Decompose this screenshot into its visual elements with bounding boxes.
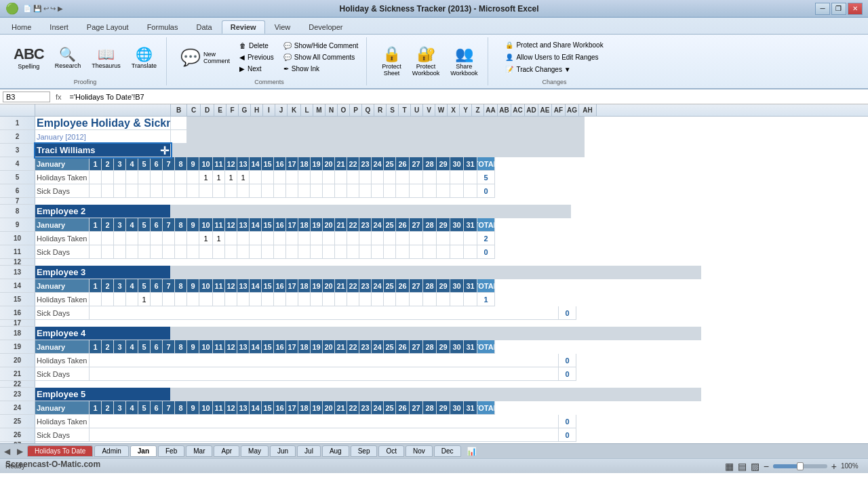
tab-view[interactable]: View <box>266 20 300 34</box>
track-changes-button[interactable]: 📝 Track Changes ▼ <box>502 64 606 75</box>
view-page-break-icon[interactable]: ▨ <box>751 461 760 472</box>
next-comment-button[interactable]: ▶ Next <box>237 64 277 74</box>
tab-review[interactable]: Review <box>222 20 265 34</box>
cell-reference-box[interactable] <box>3 92 50 102</box>
restore-button[interactable]: ❐ <box>831 3 846 15</box>
sheet-tab-aug[interactable]: Aug <box>322 445 349 457</box>
tab-data[interactable]: Data <box>187 20 220 34</box>
protect-sheet-button[interactable]: 🔒 ProtectSheet <box>378 44 406 78</box>
close-button[interactable]: ✕ <box>848 3 863 15</box>
sheet-tab-jun[interactable]: Jun <box>270 445 296 457</box>
col-k: K <box>288 104 301 116</box>
row-header-23: 23 <box>0 388 35 401</box>
row-header-20: 20 <box>0 354 35 367</box>
delete-icon: 🗑 <box>239 42 246 49</box>
col-r: R <box>374 104 387 116</box>
cell-emp5-name[interactable]: Employee 5 <box>35 388 171 401</box>
translate-icon: 🌐 <box>136 46 153 62</box>
tab-page-layout[interactable]: Page Layout <box>78 20 138 34</box>
row-2: 2 January [2012] <box>0 130 868 144</box>
formula-input[interactable] <box>67 92 865 102</box>
sheet-tabs: ◀ ▶ Holidays To Date Admin Jan Feb Mar A… <box>0 443 868 458</box>
view-layout-icon[interactable]: ▤ <box>738 461 747 472</box>
sheet-tab-nov[interactable]: Nov <box>406 445 433 457</box>
sheet-tab-sep[interactable]: Sep <box>351 445 378 457</box>
new-comment-button[interactable]: 💬 NewComment <box>178 47 233 68</box>
spelling-button[interactable]: ABC Spelling <box>9 44 48 71</box>
previous-comment-button[interactable]: ◀ Previous <box>237 52 277 62</box>
cell-a1[interactable]: Employee Holiday & Sickness Record <box>35 117 171 130</box>
protect-workbook-button[interactable]: 🔐 ProtectWorkbook <box>408 44 443 78</box>
protect-sheet-label: ProtectSheet <box>382 63 401 77</box>
row-13-emp3: 13 Employee 3 <box>0 266 868 279</box>
column-headers: B C D E F G H I J K L M N O P Q R S T U … <box>0 104 868 117</box>
sheet-tab-may[interactable]: May <box>241 445 269 457</box>
cell-emp3-name[interactable]: Employee 3 <box>35 266 171 279</box>
sheet-tab-jul[interactable]: Jul <box>297 445 321 457</box>
share-workbook-button[interactable]: 👥 ShareWorkbook <box>446 44 481 78</box>
cell-month-label-1[interactable]: January <box>35 157 90 171</box>
sheet-tab-feb[interactable]: Feb <box>158 445 184 457</box>
zoom-out-button[interactable]: − <box>764 461 769 472</box>
show-all-comments-button[interactable]: 💬 Show All Comments <box>281 52 361 62</box>
row-6-sick-1: 6 Sick Days <box>0 184 868 198</box>
delete-comment-button[interactable]: 🗑 Delete <box>237 41 277 51</box>
show-ink-button[interactable]: ✒ Show Ink <box>281 64 361 74</box>
formula-function-button[interactable]: fx <box>53 93 64 101</box>
sheet-tab-dec[interactable]: Dec <box>434 445 461 457</box>
minimize-button[interactable]: ─ <box>815 3 830 15</box>
col-z: Z <box>472 104 484 116</box>
zoom-bar: ▦ ▤ ▨ − + 100% <box>725 461 863 472</box>
tab-sheet-icon[interactable]: 📊 <box>467 447 477 456</box>
sheet-tab-oct[interactable]: Oct <box>378 445 404 457</box>
research-button[interactable]: 🔍 Research <box>51 45 85 70</box>
prev-label: Previous <box>248 54 274 61</box>
row-header-8: 8 <box>0 205 35 218</box>
col-ah: AH <box>579 104 597 116</box>
cell-b1[interactable] <box>171 117 187 130</box>
show-all-icon: 💬 <box>283 54 292 61</box>
protect-workbook-label: ProtectWorkbook <box>412 63 439 77</box>
col-s: S <box>387 104 399 116</box>
protect-share-workbook-button[interactable]: 🔒 Protect and Share Workbook <box>502 40 606 50</box>
sheet-tab-apr[interactable]: Apr <box>214 445 239 457</box>
tab-insert[interactable]: Insert <box>41 20 77 34</box>
cell-c1[interactable] <box>187 117 201 130</box>
col-af: AF <box>552 104 566 116</box>
tab-developer[interactable]: Developer <box>300 20 351 34</box>
cell-a3-traci[interactable]: Traci Williams ✛ <box>35 144 171 157</box>
formula-bar: fx <box>0 89 868 104</box>
allow-users-button[interactable]: 👤 Allow Users to Edit Ranges <box>502 52 606 62</box>
track-changes-icon: 📝 <box>505 66 513 73</box>
sheet-tab-admin[interactable]: Admin <box>94 445 128 457</box>
zoom-slider[interactable] <box>773 464 827 468</box>
cell-a2[interactable]: January [2012] <box>35 130 171 144</box>
show-hide-label: Show/Hide Comment <box>294 42 358 49</box>
cell-emp4-name[interactable]: Employee 4 <box>35 327 171 340</box>
sheet-tab-mar[interactable]: Mar <box>186 445 212 457</box>
sheet-tab-holidays[interactable]: Holidays To Date <box>27 445 93 457</box>
tab-scroll-left[interactable]: ◀ <box>1 447 13 456</box>
tab-scroll-right[interactable]: ▶ <box>14 447 26 456</box>
research-icon: 🔍 <box>59 46 76 62</box>
share-icon: 👥 <box>455 45 473 63</box>
allow-users-label: Allow Users to Edit Ranges <box>516 54 598 61</box>
sheet-tab-jan[interactable]: Jan <box>130 445 157 457</box>
row-1: 1 Employee Holiday & Sickness Record <box>0 117 868 130</box>
ribbon-group-changes: 🔒 Protect and Share Workbook 👤 Allow Use… <box>494 37 616 85</box>
tab-formulas[interactable]: Formulas <box>138 20 187 34</box>
col-w: W <box>435 104 448 116</box>
thesaurus-button[interactable]: 📖 Thesaurus <box>87 45 125 70</box>
view-normal-icon[interactable]: ▦ <box>725 461 734 472</box>
translate-button[interactable]: 🌐 Translate <box>127 45 161 70</box>
col-b: B <box>171 104 187 116</box>
zoom-in-button[interactable]: + <box>831 461 837 472</box>
row-header-15: 15 <box>0 293 35 306</box>
cell-sick-days-1[interactable]: Sick Days <box>35 184 90 198</box>
tab-home[interactable]: Home <box>3 20 40 34</box>
row-header-14: 14 <box>0 279 35 293</box>
cell-emp2-name[interactable]: Employee 2 <box>35 205 171 218</box>
show-hide-comment-button[interactable]: 💬 Show/Hide Comment <box>281 41 361 51</box>
sheet-body: 1 Employee Holiday & Sickness Record <box>0 117 868 443</box>
cell-holidays-taken-1[interactable]: Holidays Taken <box>35 171 90 184</box>
